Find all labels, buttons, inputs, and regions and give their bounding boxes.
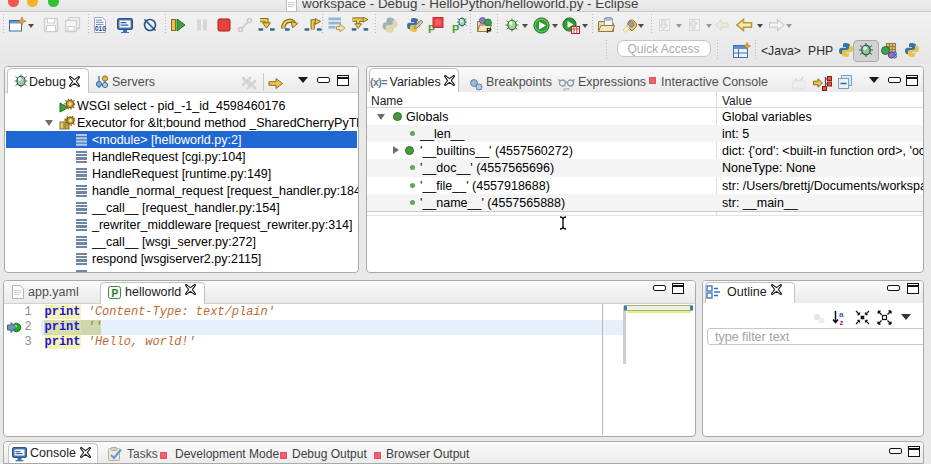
svg-text:x=: x=	[563, 86, 570, 92]
svg-text:...: ...	[794, 83, 799, 89]
svg-text:010: 010	[95, 25, 106, 32]
svg-text:P: P	[112, 288, 119, 299]
svg-text:z: z	[840, 318, 844, 326]
svg-text:P: P	[452, 23, 459, 34]
svg-text:P: P	[486, 26, 492, 33]
